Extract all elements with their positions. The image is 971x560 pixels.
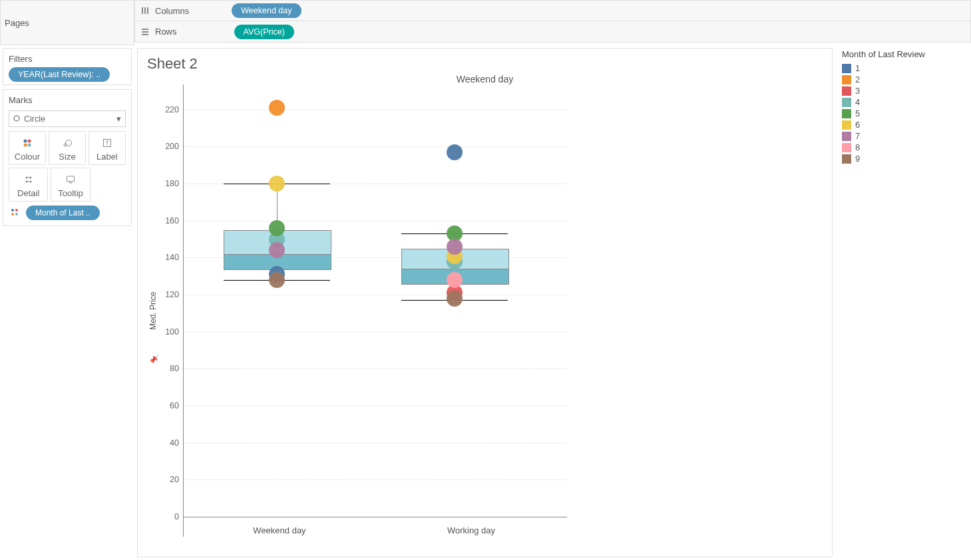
legend-swatch [842,86,851,96]
svg-point-10 [28,144,31,147]
detail-icon [12,174,45,186]
y-tick: 0 [174,512,179,521]
legend-swatch [842,98,851,107]
grid-line [184,146,567,147]
data-point[interactable] [269,220,285,236]
columns-pill[interactable]: Weekend day [232,3,301,18]
y-tick: 140 [165,253,179,262]
legend-item-3[interactable]: 3 [842,86,964,96]
grid-line [184,368,567,369]
filters-card: Filters YEAR(Last Review): .. [3,48,132,85]
svg-point-8 [28,140,31,143]
legend-swatch [842,143,851,152]
y-tick: 180 [165,179,179,188]
legend-swatch [842,109,851,118]
y-tick: 200 [165,142,179,151]
size-icon [52,137,83,149]
y-tick: 160 [165,216,179,225]
legend-swatch [842,132,851,141]
rows-shelf[interactable]: Rows AVG(Price) [134,21,971,43]
data-point[interactable] [447,291,463,307]
data-point[interactable] [269,242,285,258]
legend-item-2[interactable]: 2 [842,74,964,84]
columns-label: Columns [155,6,189,16]
grid-line [184,295,567,295]
svg-point-23 [15,209,18,211]
data-point[interactable] [447,144,463,160]
circle-icon [13,114,20,124]
marks-legend-pill[interactable]: Month of Last .. [26,206,100,220]
data-point[interactable] [269,176,285,192]
grid-line [184,221,567,221]
label-icon: T [92,137,122,149]
legend-label: 8 [855,142,860,152]
legend-item-8[interactable]: 8 [842,142,964,152]
legend-item-4[interactable]: 4 [842,97,964,107]
grid-line [184,480,567,480]
tooltip-icon [54,174,87,186]
columns-icon [139,5,151,17]
data-point[interactable] [269,100,285,116]
rows-icon [139,26,151,38]
y-tick: 80 [170,364,179,373]
legend-item-5[interactable]: 5 [842,108,964,118]
marks-title: Marks [9,95,126,105]
svg-point-25 [15,213,18,215]
data-point[interactable] [447,239,463,255]
data-point[interactable] [447,272,463,288]
x-axis [184,517,567,517]
legend-label: 7 [855,131,860,141]
svg-rect-4 [142,31,148,33]
legend-swatch [842,120,851,130]
svg-point-24 [11,213,14,215]
size-button[interactable]: Size [49,131,86,165]
grid-line [184,110,567,110]
legend-item-7[interactable]: 7 [842,131,964,141]
detail-button[interactable]: Detail [9,168,48,202]
svg-point-22 [11,209,14,211]
sheet-title[interactable]: Sheet 2 [147,55,823,72]
x-axis-labels: Weekend day Working day [184,525,567,535]
y-axis-label: Med. Price 📌 [147,84,159,537]
marks-type-label: Circle [24,114,45,124]
svg-rect-1 [144,7,146,14]
legend-label: 6 [855,120,860,130]
tooltip-button[interactable]: Tooltip [51,168,90,202]
svg-text:T: T [105,140,109,146]
legend-label: 9 [855,154,860,164]
svg-point-9 [24,144,27,147]
chart-title: Weekend day [147,74,823,84]
y-tick: 120 [165,290,179,299]
legend-label: 5 [855,108,860,118]
legend-label: 4 [855,97,860,107]
pages-label: Pages [5,18,29,28]
legend: Month of Last Review 123456789 [835,45,971,560]
svg-point-12 [66,140,72,146]
marks-card: Marks Circle ▾ Colour [3,89,132,226]
legend-item-9[interactable]: 9 [842,154,964,164]
marks-type-select[interactable]: Circle ▾ [9,110,126,127]
legend-label: 2 [855,74,860,84]
rows-pill[interactable]: AVG(Price) [234,25,294,39]
data-point[interactable] [269,272,285,288]
chevron-down-icon: ▾ [116,114,121,124]
svg-point-7 [24,140,27,143]
legend-label: 1 [855,63,860,73]
colour-button[interactable]: Colour [9,131,46,165]
pin-icon: 📌 [149,355,158,364]
columns-shelf[interactable]: Columns Weekend day [134,0,971,21]
svg-rect-21 [67,176,74,182]
label-button[interactable]: T Label [89,131,126,165]
sheet: Sheet 2 Weekend day Med. Price 📌 0204060… [137,48,833,557]
filter-pill[interactable]: YEAR(Last Review): .. [9,67,110,82]
filters-title: Filters [9,54,126,64]
legend-swatch [842,64,851,73]
colour-icon [12,137,43,149]
legend-title: Month of Last Review [842,49,964,59]
legend-item-6[interactable]: 6 [842,120,964,130]
legend-item-1[interactable]: 1 [842,63,964,73]
legend-swatch [842,75,851,84]
colour-legend-icon [9,208,21,219]
svg-rect-5 [142,34,148,35]
svg-rect-3 [142,29,148,30]
